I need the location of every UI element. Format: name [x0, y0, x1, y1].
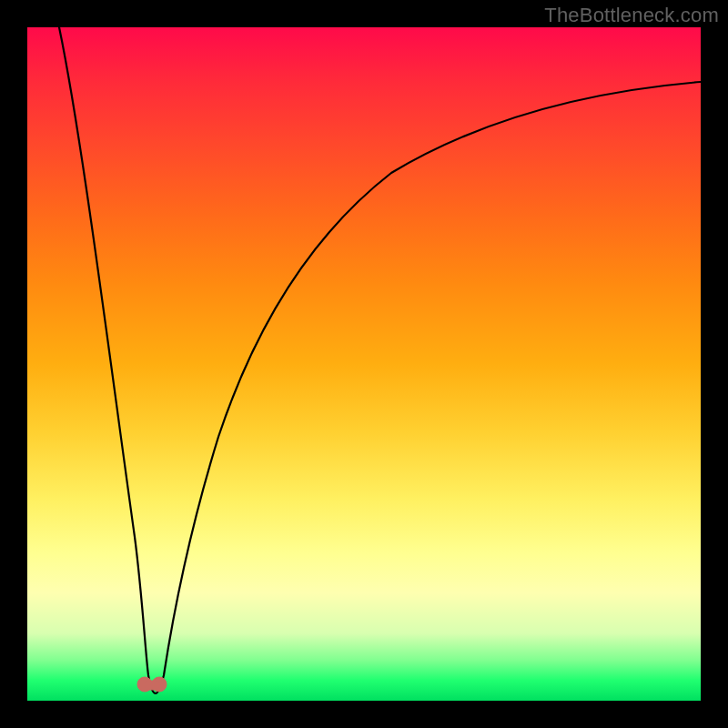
watermark-text: TheBottleneck.com: [544, 4, 719, 27]
curve-path: [59, 27, 701, 693]
bottleneck-curve: [27, 27, 701, 701]
chart-frame: TheBottleneck.com: [0, 0, 728, 728]
plot-area: [27, 27, 701, 701]
well-marker-bridge: [145, 681, 159, 690]
